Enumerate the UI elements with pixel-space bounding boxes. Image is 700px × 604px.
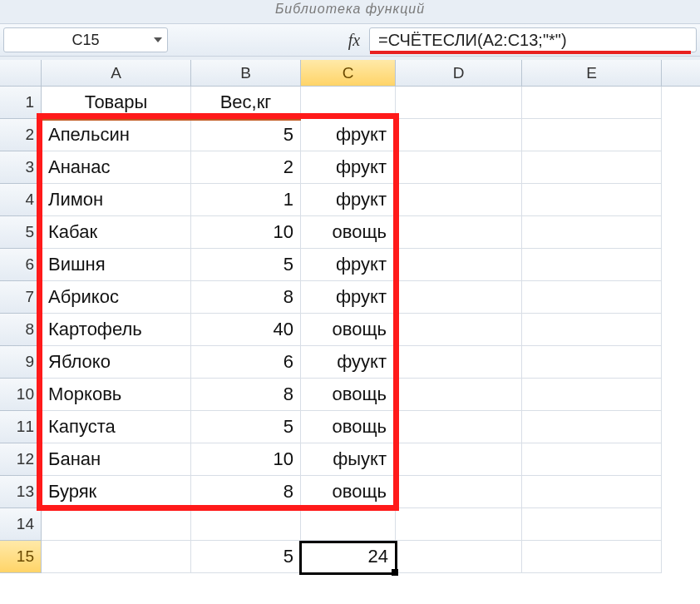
cell[interactable] (42, 508, 191, 541)
cell[interactable]: Абрикос (42, 281, 191, 314)
cell[interactable] (522, 184, 662, 216)
col-header-B[interactable]: B (191, 60, 301, 86)
cell[interactable] (396, 379, 522, 411)
cell[interactable]: Лимон (42, 184, 191, 216)
cell[interactable] (396, 87, 522, 119)
row-header[interactable]: 8 (0, 314, 42, 346)
cell[interactable] (522, 249, 662, 281)
name-box[interactable]: C15 (3, 27, 168, 52)
col-header-C[interactable]: C (301, 60, 396, 86)
cell[interactable]: 8 (191, 379, 301, 411)
cell[interactable]: фыукт (301, 443, 396, 476)
cell[interactable]: 5 (191, 541, 301, 573)
cell[interactable]: Яблоко (42, 346, 191, 379)
cell[interactable]: 1 (191, 184, 301, 216)
cell[interactable]: овощь (301, 411, 396, 443)
cell[interactable] (396, 151, 522, 184)
fx-icon[interactable]: fx (339, 31, 369, 50)
row-header[interactable]: 6 (0, 249, 42, 281)
row-header[interactable]: 7 (0, 281, 42, 314)
cell[interactable] (396, 411, 522, 443)
cell[interactable]: 5 (191, 411, 301, 443)
row-header[interactable]: 12 (0, 443, 42, 476)
cell[interactable] (396, 443, 522, 476)
cell[interactable]: 10 (191, 216, 301, 249)
cell[interactable]: Капуста (42, 411, 191, 443)
cell[interactable]: Вес,кг (191, 87, 301, 119)
select-all-corner[interactable] (0, 60, 42, 86)
cell[interactable] (522, 411, 662, 443)
col-header-D[interactable]: D (396, 60, 522, 86)
cell[interactable]: 40 (191, 314, 301, 346)
row-header[interactable]: 5 (0, 216, 42, 249)
cell[interactable]: Апельсин (42, 119, 191, 151)
cell-active[interactable]: 24 (301, 541, 396, 573)
cell[interactable]: 5 (191, 119, 301, 151)
cell[interactable]: Морковь (42, 379, 191, 411)
cell[interactable]: Ананас (42, 151, 191, 184)
cell[interactable] (522, 379, 662, 411)
cell[interactable] (522, 216, 662, 249)
row-header[interactable]: 10 (0, 379, 42, 411)
row-header[interactable]: 15 (0, 541, 42, 573)
cell[interactable]: овощь (301, 216, 396, 249)
cell[interactable]: фуукт (301, 346, 396, 379)
cell[interactable] (396, 119, 522, 151)
cell[interactable]: Товары (42, 87, 191, 119)
cell[interactable] (522, 541, 662, 573)
cell[interactable] (42, 541, 191, 573)
row-header[interactable]: 9 (0, 346, 42, 379)
cell[interactable]: фрукт (301, 151, 396, 184)
cell[interactable]: овощь (301, 379, 396, 411)
cell[interactable]: фрукт (301, 281, 396, 314)
formula-input[interactable]: =СЧЁТЕСЛИ(A2:C13;"*") (369, 27, 697, 52)
cell[interactable]: Буряк (42, 476, 191, 508)
cell[interactable] (522, 281, 662, 314)
cell[interactable] (522, 476, 662, 508)
cell[interactable] (522, 508, 662, 541)
cell[interactable]: фрукт (301, 184, 396, 216)
row-header[interactable]: 3 (0, 151, 42, 184)
cell[interactable]: овощь (301, 476, 396, 508)
cell[interactable] (396, 314, 522, 346)
row-header[interactable]: 4 (0, 184, 42, 216)
cell[interactable] (301, 87, 396, 119)
spreadsheet-grid[interactable]: A B C D E 1 Товары Вес,кг 2Апельсин5фрук… (0, 60, 700, 604)
cell[interactable] (522, 119, 662, 151)
cell[interactable] (301, 508, 396, 541)
cell[interactable] (396, 541, 522, 573)
cell[interactable] (396, 216, 522, 249)
row-header[interactable]: 13 (0, 476, 42, 508)
cell[interactable] (522, 151, 662, 184)
cell[interactable]: Банан (42, 443, 191, 476)
cell[interactable]: фрукт (301, 119, 396, 151)
chevron-down-icon[interactable] (154, 37, 162, 42)
cell[interactable] (396, 476, 522, 508)
cell[interactable] (396, 281, 522, 314)
cell[interactable]: Вишня (42, 249, 191, 281)
cell[interactable] (396, 346, 522, 379)
col-header-A[interactable]: A (42, 60, 191, 86)
cell[interactable] (396, 184, 522, 216)
cell[interactable] (396, 508, 522, 541)
cell[interactable]: 10 (191, 443, 301, 476)
cell[interactable] (396, 249, 522, 281)
cell[interactable] (522, 87, 662, 119)
cell[interactable]: Кабак (42, 216, 191, 249)
cell[interactable]: фрукт (301, 249, 396, 281)
row-header[interactable]: 2 (0, 119, 42, 151)
cell[interactable]: 8 (191, 476, 301, 508)
cell[interactable]: 6 (191, 346, 301, 379)
row-header[interactable]: 14 (0, 508, 42, 541)
row-header[interactable]: 1 (0, 87, 42, 119)
cell[interactable] (522, 346, 662, 379)
row-header[interactable]: 11 (0, 411, 42, 443)
cell[interactable]: 8 (191, 281, 301, 314)
cell[interactable]: Картофель (42, 314, 191, 346)
cell[interactable] (191, 508, 301, 541)
cell[interactable]: 5 (191, 249, 301, 281)
cell[interactable]: 2 (191, 151, 301, 184)
col-header-E[interactable]: E (522, 60, 662, 86)
cell[interactable] (522, 443, 662, 476)
cell[interactable]: овощь (301, 314, 396, 346)
